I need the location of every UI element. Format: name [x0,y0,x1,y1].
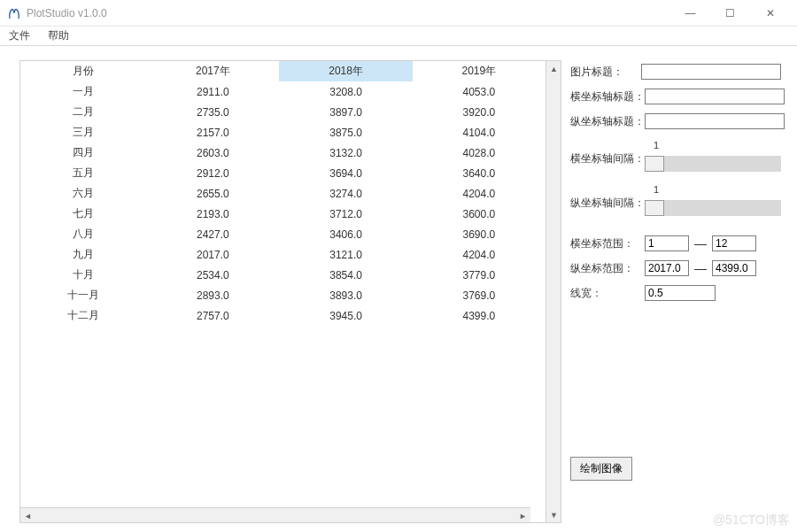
y-interval-label: 纵坐标轴间隔： [570,196,639,211]
table-cell[interactable]: 3600.0 [413,204,546,224]
table-cell[interactable]: 八月 [20,224,146,244]
draw-button[interactable]: 绘制图像 [570,457,632,481]
table-cell[interactable]: 4028.0 [413,143,546,163]
table-cell[interactable]: 九月 [20,244,146,265]
minimize-button[interactable]: — [670,1,710,26]
table-cell[interactable]: 3694.0 [279,163,412,183]
linewidth-input[interactable] [645,285,716,301]
table-cell[interactable]: 七月 [20,204,146,224]
table-cell[interactable]: 3893.0 [279,285,412,305]
x-range-min-input[interactable] [645,235,689,251]
table-cell[interactable]: 2193.0 [146,204,279,224]
menu-help[interactable]: 帮助 [44,27,73,45]
y-range-max-input[interactable] [712,260,756,276]
table-row[interactable]: 六月2655.03274.04204.0 [20,183,546,204]
data-table[interactable]: 月份2017年2018年2019年 一月2911.03208.04053.0二月… [20,61,546,326]
table-cell[interactable]: 3121.0 [279,244,412,265]
table-cell[interactable]: 3875.0 [279,122,412,143]
maximize-button[interactable]: ☐ [710,1,750,26]
table-row[interactable]: 三月2157.03875.04104.0 [20,122,546,143]
vertical-scrollbar[interactable]: ▲ ▼ [546,61,561,522]
scroll-left-icon[interactable]: ◄ [20,508,35,522]
table-cell[interactable]: 二月 [20,102,146,122]
table-header[interactable]: 2018年 [279,61,412,81]
table-cell[interactable]: 十月 [20,265,146,285]
table-wrap: 月份2017年2018年2019年 一月2911.03208.04053.0二月… [20,61,546,522]
table-cell[interactable]: 3920.0 [413,102,546,122]
table-row[interactable]: 二月2735.03897.03920.0 [20,102,546,122]
scroll-down-icon[interactable]: ▼ [546,507,561,522]
window-title: PlotStudio v1.0.0 [27,7,670,19]
table-cell[interactable]: 3854.0 [279,265,412,285]
table-cell[interactable]: 十二月 [20,305,146,326]
app-icon [7,6,21,20]
image-title-input[interactable] [641,64,781,80]
table-cell[interactable]: 3640.0 [413,163,546,183]
x-range-max-input[interactable] [712,235,756,251]
table-cell[interactable]: 一月 [20,81,146,102]
table-cell[interactable]: 十一月 [20,285,146,305]
scroll-right-icon[interactable]: ► [515,508,530,522]
table-cell[interactable]: 五月 [20,163,146,183]
x-interval-value: 1 [654,140,659,150]
table-cell[interactable]: 2757.0 [146,305,279,326]
table-row[interactable]: 一月2911.03208.04053.0 [20,81,546,102]
close-button[interactable]: ✕ [750,1,790,26]
table-header[interactable]: 2017年 [146,61,279,81]
x-interval-thumb[interactable] [645,156,664,172]
table-row[interactable]: 十二月2757.03945.04399.0 [20,305,546,326]
table-row[interactable]: 十月2534.03854.03779.0 [20,265,546,285]
table-cell[interactable]: 4053.0 [413,81,546,102]
table-row[interactable]: 十一月2893.03893.03769.0 [20,285,546,305]
table-row[interactable]: 九月2017.03121.04204.0 [20,244,546,265]
table-row[interactable]: 五月2912.03694.03640.0 [20,163,546,183]
y-range-min-input[interactable] [645,260,689,276]
table-cell[interactable]: 2735.0 [146,102,279,122]
table-cell[interactable]: 2911.0 [146,81,279,102]
table-cell[interactable]: 2157.0 [146,122,279,143]
table-cell[interactable]: 四月 [20,143,146,163]
table-cell[interactable]: 3712.0 [279,204,412,224]
table-row[interactable]: 四月2603.03132.04028.0 [20,143,546,163]
table-cell[interactable]: 3779.0 [413,265,546,285]
scroll-up-icon[interactable]: ▲ [546,61,561,76]
x-interval-label: 横坐标轴间隔： [570,151,639,166]
y-title-input[interactable] [645,113,785,129]
x-title-input[interactable] [645,89,785,104]
x-interval-slider[interactable]: 1 [645,143,781,173]
table-header[interactable]: 2019年 [413,61,546,81]
table-cell[interactable]: 4204.0 [413,244,546,265]
h-scroll-track[interactable] [35,508,515,522]
horizontal-scrollbar[interactable]: ◄ ► [20,507,530,522]
table-cell[interactable]: 4399.0 [413,305,546,326]
table-cell[interactable]: 3945.0 [279,305,412,326]
v-scroll-track[interactable] [546,76,561,507]
settings-pane: 图片标题： 横坐标轴标题： 纵坐标轴标题： 横坐标轴间隔： 1 纵坐标轴间隔： … [567,60,788,523]
table-cell[interactable]: 三月 [20,122,146,143]
table-cell[interactable]: 4104.0 [413,122,546,143]
table-row[interactable]: 七月2193.03712.03600.0 [20,204,546,224]
table-cell[interactable]: 3406.0 [279,224,412,244]
table-cell[interactable]: 2893.0 [146,285,279,305]
y-interval-slider[interactable]: 1 [645,188,781,218]
table-cell[interactable]: 2534.0 [146,265,279,285]
table-cell[interactable]: 2912.0 [146,163,279,183]
table-cell[interactable]: 3769.0 [413,285,546,305]
watermark: @51CTO博客 [713,513,790,528]
table-cell[interactable]: 3132.0 [279,143,412,163]
table-cell[interactable]: 2603.0 [146,143,279,163]
table-cell[interactable]: 2427.0 [146,224,279,244]
table-cell[interactable]: 3690.0 [413,224,546,244]
table-cell[interactable]: 4204.0 [413,183,546,204]
table-cell[interactable]: 3208.0 [279,81,412,102]
table-header[interactable]: 月份 [20,61,146,81]
content: 月份2017年2018年2019年 一月2911.03208.04053.0二月… [0,46,797,532]
table-cell[interactable]: 2017.0 [146,244,279,265]
menu-file[interactable]: 文件 [5,27,34,45]
table-cell[interactable]: 3274.0 [279,183,412,204]
y-interval-thumb[interactable] [645,200,664,216]
table-cell[interactable]: 3897.0 [279,102,412,122]
table-cell[interactable]: 六月 [20,183,146,204]
table-row[interactable]: 八月2427.03406.03690.0 [20,224,546,244]
table-cell[interactable]: 2655.0 [146,183,279,204]
